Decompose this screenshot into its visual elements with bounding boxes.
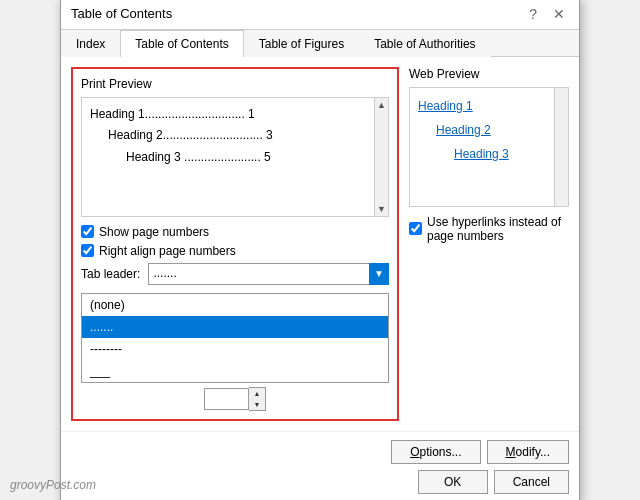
web-preview-line-3[interactable]: Heading 3 <box>454 142 560 166</box>
ok-button[interactable]: OK <box>418 470 488 494</box>
tab-table-of-figures[interactable]: Table of Figures <box>244 30 359 57</box>
right-panel: Web Preview Heading 1 Heading 2 Heading … <box>409 67 569 421</box>
tab-leader-dropdown-arrow[interactable]: ▼ <box>369 263 389 285</box>
left-panel: Print Preview Heading 1.................… <box>71 67 399 421</box>
web-preview-line-1[interactable]: Heading 1 <box>418 94 560 118</box>
print-preview-line-2: Heading 2.............................. … <box>108 125 380 147</box>
tab-leader-select-wrapper: ....... ▼ <box>148 263 389 285</box>
title-bar: Table of Contents ? ✕ <box>61 0 579 30</box>
print-preview-title: Print Preview <box>81 77 389 91</box>
web-preview-line-2[interactable]: Heading 2 <box>436 118 560 142</box>
title-icons: ? ✕ <box>525 5 569 23</box>
use-hyperlinks-label: Use hyperlinks instead of page numbers <box>427 215 569 243</box>
bottom-row1: Options... Modify... <box>71 440 569 464</box>
dialog-content: Print Preview Heading 1.................… <box>61 57 579 431</box>
options-button[interactable]: Options... <box>391 440 480 464</box>
right-align-row: Right align page numbers <box>81 244 389 258</box>
dropdown-item-dots[interactable]: ....... <box>82 316 388 338</box>
spinner-input[interactable]: 3 <box>204 388 249 410</box>
show-page-numbers-row: Show page numbers <box>81 225 389 239</box>
modify-label-underline: M <box>506 445 516 459</box>
watermark: groovyPost.com <box>10 478 96 492</box>
spinner-up-button[interactable]: ▲ <box>249 388 265 399</box>
table-of-contents-dialog: Table of Contents ? ✕ Index Table of Con… <box>60 0 580 500</box>
web-preview-title: Web Preview <box>409 67 569 81</box>
spinner-row: 3 ▲ ▼ <box>81 387 389 411</box>
tab-table-of-contents[interactable]: Table of Contents <box>120 30 243 57</box>
scroll-down-arrow[interactable]: ▼ <box>377 204 386 214</box>
tab-leader-row: Tab leader: ....... ▼ <box>81 263 389 285</box>
modify-button[interactable]: Modify... <box>487 440 569 464</box>
web-preview-scrollbar[interactable] <box>554 88 568 206</box>
scroll-up-arrow[interactable]: ▲ <box>377 100 386 110</box>
help-button[interactable]: ? <box>525 5 541 23</box>
modify-label-rest: odify... <box>516 445 550 459</box>
spinner-down-button[interactable]: ▼ <box>249 399 265 410</box>
right-align-checkbox[interactable] <box>81 244 94 257</box>
print-preview-line-1: Heading 1.............................. … <box>90 104 380 126</box>
tab-bar: Index Table of Contents Table of Figures… <box>61 30 579 57</box>
print-preview-scrollbar[interactable]: ▲ ▼ <box>374 98 388 216</box>
web-preview-box: Heading 1 Heading 2 Heading 3 <box>409 87 569 207</box>
tab-table-of-authorities[interactable]: Table of Authorities <box>359 30 490 57</box>
show-page-numbers-label: Show page numbers <box>99 225 209 239</box>
spinner-buttons: ▲ ▼ <box>249 387 266 411</box>
tab-leader-value[interactable]: ....... <box>148 263 389 285</box>
dropdown-item-dashes[interactable]: -------- <box>82 338 388 360</box>
options-label-underline: O <box>410 445 419 459</box>
tab-leader-dropdown-list: (none) ....... -------- ___ <box>81 293 389 383</box>
dropdown-item-underline[interactable]: ___ <box>82 360 388 382</box>
dialog-bottom: Options... Modify... OK Cancel <box>61 431 579 501</box>
close-button[interactable]: ✕ <box>549 5 569 23</box>
cancel-button[interactable]: Cancel <box>494 470 569 494</box>
print-preview-line-3: Heading 3 ....................... 5 <box>126 147 380 169</box>
use-hyperlinks-row: Use hyperlinks instead of page numbers <box>409 215 569 243</box>
use-hyperlinks-checkbox[interactable] <box>409 222 422 235</box>
show-page-numbers-checkbox[interactable] <box>81 225 94 238</box>
right-align-label: Right align page numbers <box>99 244 236 258</box>
print-preview-box: Heading 1.............................. … <box>81 97 389 217</box>
dialog-title: Table of Contents <box>71 6 172 21</box>
dropdown-item-none[interactable]: (none) <box>82 294 388 316</box>
bottom-row2: OK Cancel <box>71 470 569 494</box>
tab-index[interactable]: Index <box>61 30 120 57</box>
tab-leader-label: Tab leader: <box>81 267 140 281</box>
options-label-rest: ptions... <box>420 445 462 459</box>
